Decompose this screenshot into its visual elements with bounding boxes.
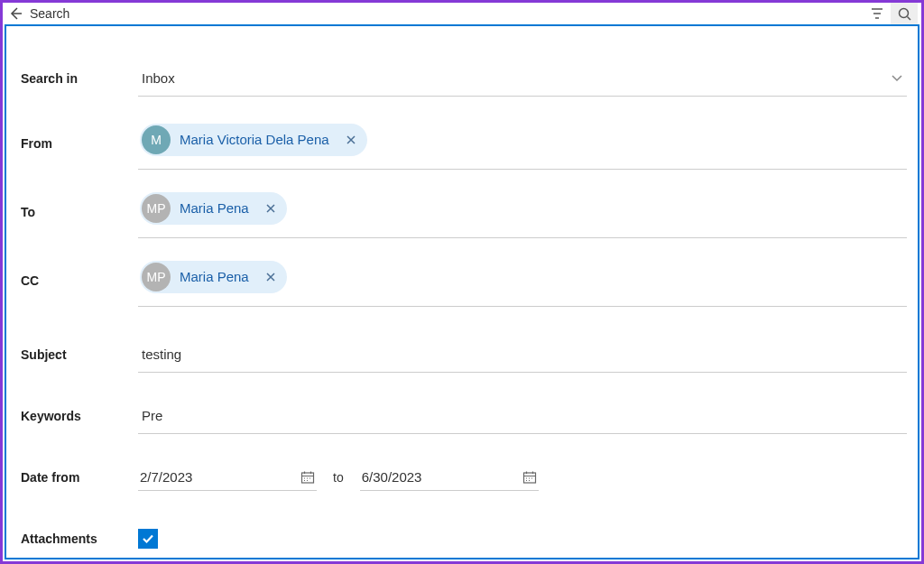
from-chip: M Maria Victoria Dela Pena: [140, 124, 367, 156]
search-in-label: Search in: [21, 71, 138, 86]
cc-label: CC: [21, 273, 138, 288]
filter-icon[interactable]: [864, 3, 891, 24]
date-to-value: 6/30/2023: [362, 469, 422, 485]
subject-input[interactable]: [142, 347, 903, 362]
to-avatar: MP: [142, 194, 171, 223]
cc-chip-name: Maria Pena: [180, 269, 249, 284]
chevron-down-icon: [891, 74, 903, 83]
calendar-icon: [300, 470, 315, 485]
date-from-label: Date from: [21, 470, 138, 485]
calendar-icon: [522, 470, 537, 485]
attachments-label: Attachments: [21, 532, 138, 546]
date-to-input[interactable]: 6/30/2023: [360, 464, 539, 491]
date-from-input[interactable]: 2/7/2023: [138, 464, 317, 491]
to-chip-name: Maria Pena: [180, 200, 249, 216]
from-chip-remove-icon[interactable]: [342, 131, 360, 149]
keywords-input[interactable]: [142, 408, 903, 423]
back-arrow-icon[interactable]: [5, 3, 26, 24]
from-field[interactable]: M Maria Victoria Dela Pena: [138, 118, 907, 170]
from-label: From: [21, 136, 138, 151]
search-header: Search: [3, 3, 921, 24]
from-avatar: M: [142, 125, 171, 154]
subject-label: Subject: [21, 347, 138, 362]
svg-point-0: [899, 8, 908, 17]
cc-field[interactable]: MP Maria Pena: [138, 255, 907, 307]
search-in-value: Inbox: [142, 70, 175, 86]
keywords-label: Keywords: [21, 409, 138, 423]
from-chip-name: Maria Victoria Dela Pena: [180, 132, 329, 147]
header-title: Search: [30, 6, 69, 21]
search-in-dropdown[interactable]: Inbox: [138, 60, 907, 97]
to-chip-remove-icon[interactable]: [262, 199, 280, 217]
cc-avatar: MP: [142, 263, 171, 291]
to-chip: MP Maria Pena: [140, 192, 287, 225]
search-icon[interactable]: [891, 3, 918, 24]
to-label: To: [21, 205, 138, 219]
to-field[interactable]: MP Maria Pena: [138, 187, 907, 238]
attachments-checkbox[interactable]: [138, 529, 158, 549]
cc-chip: MP Maria Pena: [140, 261, 287, 293]
cc-chip-remove-icon[interactable]: [262, 268, 280, 286]
date-separator: to: [333, 470, 344, 485]
date-from-value: 2/7/2023: [140, 469, 192, 485]
